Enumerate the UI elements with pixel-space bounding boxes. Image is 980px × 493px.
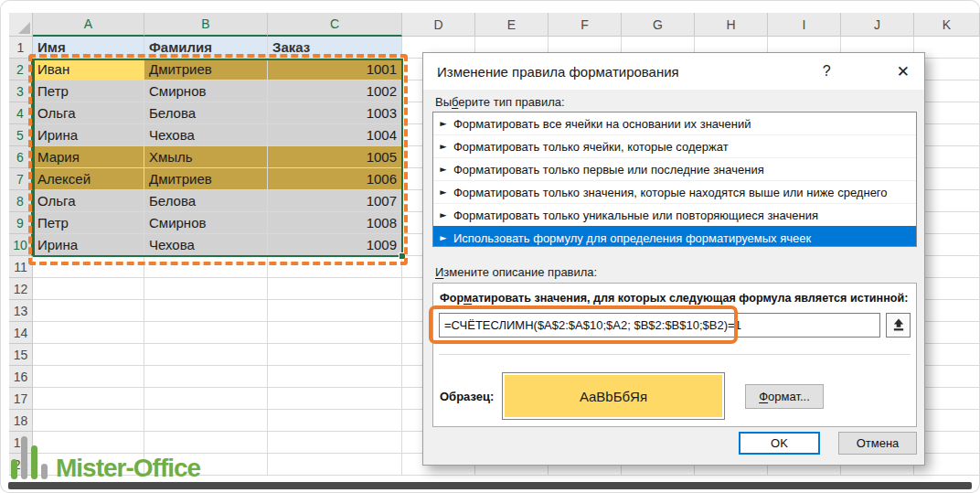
cell-B10[interactable]: Чехова bbox=[144, 234, 268, 256]
row-header-6[interactable]: 6 bbox=[9, 146, 33, 168]
cell-C2[interactable]: 1001 bbox=[268, 59, 402, 80]
cell-A7[interactable]: Алексей bbox=[33, 168, 144, 190]
cell-B2[interactable]: Дмитриев bbox=[144, 59, 268, 80]
cell-C11[interactable] bbox=[268, 256, 402, 278]
rule-type-option-4[interactable]: ►Форматировать только значения, которые … bbox=[433, 180, 916, 203]
cell-B6[interactable]: Хмыль bbox=[144, 146, 268, 168]
row-header-4[interactable]: 4 bbox=[9, 102, 33, 124]
cell-B9[interactable]: Смирнов bbox=[144, 212, 268, 234]
row-header-7[interactable]: 7 bbox=[9, 168, 33, 190]
cell-C17[interactable] bbox=[268, 388, 402, 410]
column-header-E[interactable]: E bbox=[475, 13, 549, 37]
cell-C6[interactable]: 1005 bbox=[268, 146, 402, 168]
cell-C4[interactable]: 1003 bbox=[268, 102, 402, 124]
cell-A8[interactable]: Ольга bbox=[33, 190, 144, 212]
cell-C15[interactable] bbox=[268, 344, 402, 366]
cell-B8[interactable]: Белова bbox=[144, 190, 268, 212]
cell-C16[interactable] bbox=[268, 366, 402, 388]
cell-C13[interactable] bbox=[268, 300, 402, 322]
cell-A18[interactable] bbox=[33, 410, 144, 432]
column-header-F[interactable]: F bbox=[549, 13, 622, 37]
cell-A9[interactable]: Петр bbox=[33, 212, 144, 234]
column-header-D[interactable]: D bbox=[402, 13, 475, 37]
cell-C10[interactable]: 1009 bbox=[268, 234, 402, 256]
rule-type-option-3[interactable]: ►Форматировать только первые или последн… bbox=[433, 157, 916, 180]
row-header-3[interactable]: 3 bbox=[9, 80, 33, 102]
cell-A5[interactable]: Ирина bbox=[33, 124, 144, 146]
cell-B5[interactable]: Чехова bbox=[144, 124, 268, 146]
row-header-16[interactable]: 16 bbox=[9, 366, 33, 388]
cell-A4[interactable]: Ольга bbox=[33, 102, 144, 124]
cell-B3[interactable]: Смирнов bbox=[144, 80, 268, 102]
cell-B14[interactable] bbox=[144, 322, 268, 344]
cell-A17[interactable] bbox=[33, 388, 144, 410]
cell-A2[interactable]: Иван bbox=[33, 59, 144, 80]
cell-C8[interactable]: 1007 bbox=[268, 190, 402, 212]
cell-B7[interactable]: Дмитриев bbox=[144, 168, 268, 190]
cancel-button[interactable]: Отмена bbox=[838, 432, 917, 455]
cell-A10[interactable]: Ирина bbox=[33, 234, 144, 256]
cell-B13[interactable] bbox=[144, 300, 268, 322]
row-header-12[interactable]: 12 bbox=[9, 278, 33, 300]
cell-C18[interactable] bbox=[268, 410, 402, 432]
cell-A1[interactable]: Имя bbox=[33, 37, 144, 59]
row-header-17[interactable]: 17 bbox=[9, 388, 33, 410]
cell-B17[interactable] bbox=[144, 388, 268, 410]
row-header-1[interactable]: 1 bbox=[9, 37, 33, 59]
row-header-11[interactable]: 11 bbox=[9, 256, 33, 278]
rule-type-option-2[interactable]: ►Форматировать только ячейки, которые со… bbox=[433, 134, 916, 157]
row-header-8[interactable]: 8 bbox=[9, 190, 33, 212]
cell-B15[interactable] bbox=[144, 344, 268, 366]
column-header-C[interactable]: C bbox=[268, 13, 402, 37]
column-header-B[interactable]: B bbox=[144, 13, 268, 37]
select-all-corner[interactable] bbox=[9, 13, 33, 37]
cell-B4[interactable]: Белова bbox=[144, 102, 268, 124]
formula-input[interactable] bbox=[439, 313, 880, 338]
cell-A3[interactable]: Петр bbox=[33, 80, 144, 102]
row-header-10[interactable]: 10 bbox=[9, 234, 33, 256]
cell-C5[interactable]: 1004 bbox=[268, 124, 402, 146]
row-header-18[interactable]: 18 bbox=[9, 410, 33, 432]
cell-C1[interactable]: Заказ bbox=[268, 37, 402, 59]
cell-C19[interactable] bbox=[268, 432, 402, 454]
selection-fill-handle[interactable] bbox=[399, 252, 406, 260]
cell-C3[interactable]: 1002 bbox=[268, 80, 402, 102]
column-header-J[interactable]: J bbox=[841, 13, 914, 37]
cell-A13[interactable] bbox=[33, 300, 144, 322]
cell-B12[interactable] bbox=[144, 278, 268, 300]
cell-B1[interactable]: Фамилия bbox=[144, 37, 268, 59]
collapse-dialog-button[interactable] bbox=[886, 313, 911, 338]
format-button[interactable]: Формат... bbox=[745, 384, 824, 409]
cell-A14[interactable] bbox=[33, 322, 144, 344]
cell-B18[interactable] bbox=[144, 410, 268, 432]
cell-B11[interactable] bbox=[144, 256, 268, 278]
cell-A12[interactable] bbox=[33, 278, 144, 300]
cell-B16[interactable] bbox=[144, 366, 268, 388]
row-header-5[interactable]: 5 bbox=[9, 124, 33, 146]
row-header-9[interactable]: 9 bbox=[9, 212, 33, 234]
help-icon[interactable]: ? bbox=[823, 63, 831, 80]
rule-type-option-6-selected[interactable]: ►Использовать формулу для определения фо… bbox=[433, 226, 916, 247]
cell-A16[interactable] bbox=[33, 366, 144, 388]
cell-A15[interactable] bbox=[33, 344, 144, 366]
column-header-I[interactable]: I bbox=[768, 13, 841, 37]
rule-type-option-5[interactable]: ►Форматировать только уникальные или пов… bbox=[433, 203, 916, 226]
column-header-A[interactable]: A bbox=[33, 13, 144, 37]
row-header-2[interactable]: 2 bbox=[9, 59, 33, 80]
cell-C12[interactable] bbox=[268, 278, 402, 300]
cell-A6[interactable]: Мария bbox=[33, 146, 144, 168]
row-header-13[interactable]: 13 bbox=[9, 300, 33, 322]
cell-C7[interactable]: 1006 bbox=[268, 168, 402, 190]
cell-C20[interactable] bbox=[268, 454, 402, 476]
column-header-H[interactable]: H bbox=[695, 13, 768, 37]
cell-C14[interactable] bbox=[268, 322, 402, 344]
cell-C9[interactable]: 1008 bbox=[268, 212, 402, 234]
row-header-14[interactable]: 14 bbox=[9, 322, 33, 344]
column-header-G[interactable]: G bbox=[622, 13, 695, 37]
row-header-15[interactable]: 15 bbox=[9, 344, 33, 366]
cell-A11[interactable] bbox=[33, 256, 144, 278]
column-header-K[interactable]: K bbox=[914, 13, 980, 37]
rule-type-option-1[interactable]: ►Форматировать все ячейки на основании и… bbox=[433, 113, 916, 134]
close-icon[interactable]: ✕ bbox=[897, 62, 910, 81]
ok-button[interactable]: OK bbox=[739, 432, 820, 455]
